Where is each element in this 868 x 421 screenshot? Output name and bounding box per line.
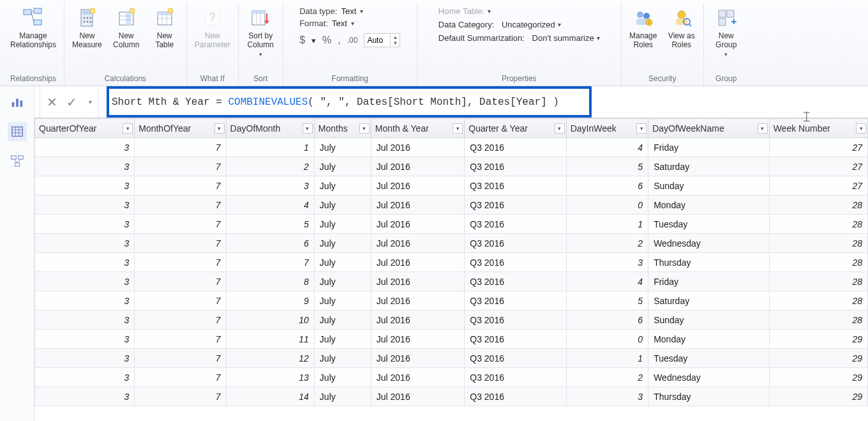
cell[interactable]: 13 bbox=[226, 368, 314, 387]
cell[interactable]: 3 bbox=[566, 253, 648, 272]
commit-formula-button[interactable]: ✓ bbox=[66, 95, 77, 110]
cell[interactable]: Jul 2016 bbox=[371, 330, 465, 349]
cell[interactable]: Q3 2016 bbox=[465, 291, 566, 310]
cell[interactable]: 7 bbox=[135, 234, 226, 253]
cell[interactable]: 3 bbox=[35, 234, 135, 253]
cell[interactable]: 28 bbox=[769, 253, 867, 272]
cell[interactable]: 2 bbox=[226, 157, 314, 176]
cell[interactable]: July bbox=[314, 253, 371, 272]
cell[interactable]: 7 bbox=[135, 387, 226, 406]
cell[interactable]: Q3 2016 bbox=[465, 234, 566, 253]
cell[interactable]: Q3 2016 bbox=[465, 195, 566, 215]
cell[interactable]: Monday bbox=[648, 330, 770, 349]
cell[interactable]: 0 bbox=[566, 195, 648, 215]
cell[interactable]: 3 bbox=[226, 176, 314, 195]
cell[interactable]: Sunday bbox=[648, 176, 770, 195]
cell[interactable]: 11 bbox=[226, 330, 314, 349]
cell[interactable]: 3 bbox=[35, 310, 135, 330]
new-group-button[interactable]: + New Group ▾ bbox=[708, 4, 744, 60]
model-view-button[interactable] bbox=[8, 151, 27, 171]
cell[interactable]: 3 bbox=[35, 176, 135, 195]
cell[interactable]: 28 bbox=[769, 234, 867, 253]
cell[interactable]: Q3 2016 bbox=[465, 330, 566, 349]
cell[interactable]: Jul 2016 bbox=[371, 215, 465, 234]
cell[interactable]: July bbox=[314, 157, 371, 176]
table-row[interactable]: 374JulyJul 2016Q3 20160Monday28 bbox=[35, 195, 868, 215]
cell[interactable]: Friday bbox=[648, 138, 770, 157]
column-header[interactable]: DayInWeek▾ bbox=[566, 119, 648, 138]
cell[interactable]: 7 bbox=[135, 368, 226, 387]
cell[interactable]: Monday bbox=[648, 195, 770, 215]
table-row[interactable]: 3713JulyJul 2016Q3 20162Wednesday29 bbox=[35, 368, 868, 387]
cell[interactable]: Jul 2016 bbox=[371, 176, 465, 195]
cell[interactable]: 7 bbox=[135, 272, 226, 291]
table-row[interactable]: 377JulyJul 2016Q3 20163Thursday28 bbox=[35, 253, 868, 272]
formula-dropdown-icon[interactable]: ▾ bbox=[89, 98, 92, 105]
cell[interactable]: Jul 2016 bbox=[371, 253, 465, 272]
cell[interactable]: Saturday bbox=[648, 291, 770, 310]
cell[interactable]: July bbox=[314, 330, 371, 349]
format-dropdown[interactable]: Format: Text ▾ bbox=[299, 19, 400, 28]
column-header[interactable]: MonthOfYear▾ bbox=[135, 119, 226, 138]
filter-dropdown-icon[interactable]: ▾ bbox=[214, 123, 225, 134]
cell[interactable]: 7 bbox=[135, 291, 226, 310]
cell[interactable]: July bbox=[314, 387, 371, 406]
cell[interactable]: 7 bbox=[135, 138, 226, 157]
cell[interactable]: Q3 2016 bbox=[465, 157, 566, 176]
cell[interactable]: July bbox=[314, 138, 371, 157]
cell[interactable]: 29 bbox=[769, 368, 867, 387]
cell[interactable]: Tuesday bbox=[648, 349, 770, 368]
column-header[interactable]: DayOfMonth▾ bbox=[226, 119, 314, 138]
cell[interactable]: Q3 2016 bbox=[465, 272, 566, 291]
cell[interactable]: Wednesday bbox=[648, 234, 770, 253]
cell[interactable]: 7 bbox=[226, 253, 314, 272]
cell[interactable]: Jul 2016 bbox=[371, 195, 465, 215]
cell[interactable]: July bbox=[314, 310, 371, 330]
new-measure-button[interactable]: New Measure bbox=[68, 4, 106, 52]
cell[interactable]: 27 bbox=[769, 157, 867, 176]
table-row[interactable]: 378JulyJul 2016Q3 20164Friday28 bbox=[35, 272, 868, 291]
cell[interactable]: 12 bbox=[226, 349, 314, 368]
cell[interactable]: 3 bbox=[35, 330, 135, 349]
cell[interactable]: 28 bbox=[769, 272, 867, 291]
cell[interactable]: Jul 2016 bbox=[371, 272, 465, 291]
cell[interactable]: 4 bbox=[226, 195, 314, 215]
cell[interactable]: Wednesday bbox=[648, 368, 770, 387]
cell[interactable]: 5 bbox=[226, 215, 314, 234]
cell[interactable]: 7 bbox=[135, 157, 226, 176]
cell[interactable]: July bbox=[314, 195, 371, 215]
cell[interactable]: 29 bbox=[769, 330, 867, 349]
filter-dropdown-icon[interactable]: ▾ bbox=[636, 123, 647, 134]
cell[interactable]: 14 bbox=[226, 387, 314, 406]
filter-dropdown-icon[interactable]: ▾ bbox=[123, 123, 133, 134]
cell[interactable]: 27 bbox=[769, 176, 867, 195]
chevron-down-icon[interactable]: ▾ bbox=[311, 36, 316, 45]
filter-dropdown-icon[interactable]: ▾ bbox=[758, 123, 768, 134]
cell[interactable]: Jul 2016 bbox=[371, 387, 465, 406]
filter-dropdown-icon[interactable]: ▾ bbox=[555, 123, 565, 134]
table-row[interactable]: 3712JulyJul 2016Q3 20161Tuesday29 bbox=[35, 349, 868, 368]
view-as-roles-button[interactable]: View as Roles bbox=[664, 4, 700, 52]
cell[interactable]: 28 bbox=[769, 215, 867, 234]
manage-relationships-button[interactable]: Manage Relationships bbox=[6, 4, 60, 52]
cell[interactable]: July bbox=[314, 215, 371, 234]
column-header[interactable]: Week Number▾ bbox=[769, 119, 867, 138]
cell[interactable]: 8 bbox=[226, 272, 314, 291]
decimal-button[interactable]: .00 bbox=[347, 36, 358, 45]
data-type-dropdown[interactable]: Data type: Text ▾ bbox=[299, 6, 400, 16]
cell[interactable]: 28 bbox=[769, 310, 867, 330]
cell[interactable]: 5 bbox=[566, 291, 648, 310]
cell[interactable]: 3 bbox=[35, 215, 135, 234]
cell[interactable]: 1 bbox=[566, 215, 648, 234]
thousands-button[interactable]: , bbox=[338, 34, 340, 46]
cell[interactable]: 7 bbox=[135, 330, 226, 349]
table-row[interactable]: 373JulyJul 2016Q3 20166Sunday27 bbox=[35, 176, 868, 195]
cell[interactable]: Jul 2016 bbox=[371, 234, 465, 253]
cell[interactable]: 4 bbox=[566, 138, 648, 157]
cell[interactable]: Saturday bbox=[648, 157, 770, 176]
column-header[interactable]: Months▾ bbox=[314, 119, 371, 138]
cell[interactable]: Q3 2016 bbox=[465, 138, 566, 157]
cell[interactable]: Jul 2016 bbox=[371, 138, 465, 157]
table-row[interactable]: 372JulyJul 2016Q3 20165Saturday27 bbox=[35, 157, 868, 176]
column-header[interactable]: DayOfWeekName▾ bbox=[648, 119, 770, 138]
